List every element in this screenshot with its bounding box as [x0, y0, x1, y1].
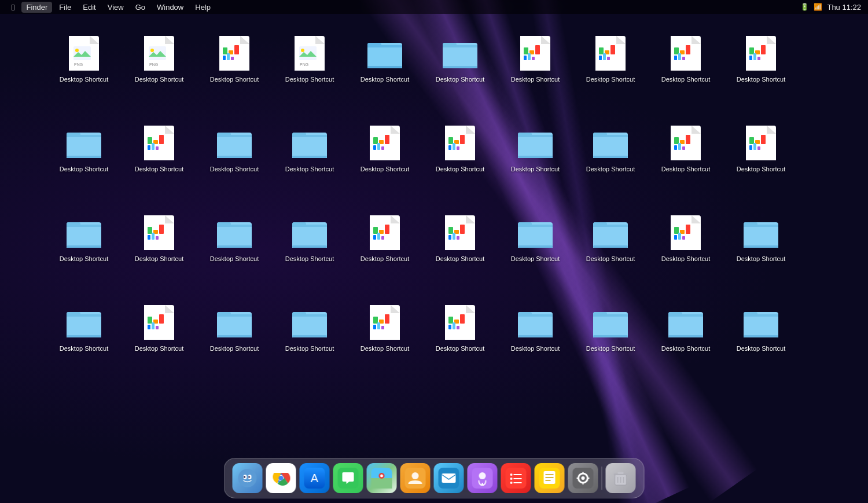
desktop-icon-15[interactable]: Desktop Shortcut — [422, 120, 498, 201]
desktop-icon-29[interactable]: Desktop Shortcut — [723, 210, 799, 291]
desktop-icon-4[interactable]: Desktop Shortcut — [347, 30, 422, 111]
icon-image-31 — [141, 304, 178, 341]
desktop-icon-35[interactable]: Desktop Shortcut — [422, 299, 498, 380]
svg-text:PNG: PNG — [74, 63, 83, 67]
svg-rect-226 — [457, 326, 459, 329]
desktop-icon-8[interactable]: Desktop Shortcut — [648, 30, 723, 111]
menubar-right: 🔋 📶 Thu 11:22 — [800, 3, 861, 12]
svg-rect-94 — [460, 135, 465, 144]
desktop-icon-36[interactable]: Desktop Shortcut — [498, 299, 573, 380]
dock-cardhop[interactable] — [400, 463, 431, 493]
desktop-icon-21[interactable]: Desktop Shortcut — [122, 210, 197, 291]
apple-menu[interactable]:  — [7, 1, 19, 13]
desktop-icon-32[interactable]: Desktop Shortcut — [197, 299, 272, 380]
dock-notes[interactable] — [535, 463, 565, 493]
svg-rect-141 — [217, 227, 252, 248]
desktop-icon-0[interactable]: PNG Desktop Shortcut — [46, 30, 122, 111]
svg-rect-83 — [292, 156, 327, 158]
icon-image-5 — [442, 35, 479, 72]
svg-rect-135 — [152, 233, 155, 240]
desktop-icon-9[interactable]: Desktop Shortcut — [723, 30, 799, 111]
icon-image-33 — [291, 304, 328, 341]
dock-maps[interactable] — [367, 463, 397, 493]
svg-rect-174 — [593, 245, 628, 248]
menubar-view[interactable]: View — [103, 2, 128, 13]
desktop-icon-22[interactable]: Desktop Shortcut — [197, 210, 272, 291]
desktop-icon-7[interactable]: Desktop Shortcut — [573, 30, 648, 111]
desktop-icon-1[interactable]: PNG Desktop Shortcut — [122, 30, 197, 111]
dock-mail[interactable] — [434, 463, 464, 493]
icon-image-18 — [667, 124, 704, 161]
menubar-finder[interactable]: Finder — [21, 2, 52, 13]
menubar-edit[interactable]: Edit — [78, 2, 100, 13]
desktop-icon-28[interactable]: Desktop Shortcut — [648, 210, 723, 291]
desktop-icon-5[interactable]: Desktop Shortcut — [422, 30, 498, 111]
svg-point-254 — [244, 476, 245, 478]
menubar-file[interactable]: File — [54, 2, 76, 13]
desktop-icon-24[interactable]: Desktop Shortcut — [347, 210, 422, 291]
desktop-icon-19[interactable]: Desktop Shortcut — [723, 120, 799, 201]
svg-rect-58 — [757, 57, 760, 60]
svg-point-278 — [510, 478, 513, 480]
desktop-icons-grid: PNG Desktop Shortcut PNG Desktop Shortcu… — [46, 19, 851, 451]
desktop-icon-30[interactable]: Desktop Shortcut — [46, 299, 122, 380]
svg-rect-102 — [518, 137, 553, 158]
dock-chrome[interactable] — [266, 463, 296, 493]
svg-rect-111 — [674, 137, 679, 144]
svg-rect-131 — [148, 227, 152, 234]
svg-text:A: A — [311, 472, 319, 484]
menubar-go[interactable]: Go — [131, 2, 150, 13]
desktop-icon-25[interactable]: Desktop Shortcut — [422, 210, 498, 291]
desktop-icon-14[interactable]: Desktop Shortcut — [347, 120, 422, 201]
icon-label-6: Desktop Shortcut — [511, 75, 560, 83]
icon-label-2: Desktop Shortcut — [210, 75, 259, 83]
desktop-icon-13[interactable]: Desktop Shortcut — [272, 120, 347, 201]
icon-image-37 — [592, 304, 629, 341]
desktop-icon-3[interactable]: PNG Desktop Shortcut — [272, 30, 347, 111]
desktop-icon-2[interactable]: Desktop Shortcut — [197, 30, 272, 111]
dock-messages[interactable] — [333, 463, 363, 493]
desktop-icon-38[interactable]: Desktop Shortcut — [648, 299, 723, 380]
svg-rect-90 — [381, 146, 384, 150]
desktop-icon-16[interactable]: Desktop Shortcut — [498, 120, 573, 201]
desktop-icon-18[interactable]: Desktop Shortcut — [648, 120, 723, 201]
svg-rect-87 — [385, 135, 389, 144]
svg-rect-50 — [678, 53, 681, 60]
svg-rect-68 — [159, 135, 164, 144]
dock-reminders[interactable] — [501, 463, 531, 493]
menubar-help[interactable]: Help — [190, 2, 215, 13]
desktop-icon-27[interactable]: Desktop Shortcut — [573, 210, 648, 291]
icon-label-17: Desktop Shortcut — [586, 165, 635, 173]
desktop-icon-39[interactable]: Desktop Shortcut — [723, 299, 799, 380]
icon-image-14 — [366, 124, 403, 161]
desktop-icon-34[interactable]: Desktop Shortcut — [347, 299, 422, 380]
dock-system-preferences[interactable] — [568, 463, 598, 493]
desktop-icon-12[interactable]: Desktop Shortcut — [197, 120, 272, 201]
svg-rect-34 — [535, 45, 540, 54]
desktop-icon-26[interactable]: Desktop Shortcut — [498, 210, 573, 291]
svg-rect-250 — [744, 335, 778, 337]
desktop-icon-10[interactable]: Desktop Shortcut — [46, 120, 122, 201]
svg-rect-55 — [761, 45, 766, 54]
dock-trash[interactable] — [606, 463, 636, 493]
icon-image-24 — [366, 214, 403, 251]
desktop-icon-33[interactable]: Desktop Shortcut — [272, 299, 347, 380]
svg-point-276 — [510, 473, 513, 476]
desktop-icon-23[interactable]: Desktop Shortcut — [272, 210, 347, 291]
dock-finder[interactable] — [233, 463, 263, 493]
dock-appstore[interactable]: A — [300, 463, 330, 493]
desktop-icon-20[interactable]: Desktop Shortcut — [46, 210, 122, 291]
svg-rect-35 — [524, 56, 527, 60]
desktop-icon-11[interactable]: Desktop Shortcut — [122, 120, 197, 201]
dock-podcasts[interactable] — [468, 463, 498, 493]
desktop-icon-6[interactable]: Desktop Shortcut — [498, 30, 573, 111]
desktop-icon-37[interactable]: Desktop Shortcut — [573, 299, 648, 380]
icon-label-3: Desktop Shortcut — [285, 75, 334, 83]
svg-rect-197 — [159, 314, 164, 324]
desktop-icon-31[interactable]: Desktop Shortcut — [122, 299, 197, 380]
menubar-window[interactable]: Window — [152, 2, 188, 13]
svg-rect-162 — [457, 236, 459, 240]
desktop-icon-17[interactable]: Desktop Shortcut — [573, 120, 648, 201]
svg-rect-12 — [223, 56, 226, 60]
svg-point-268 — [412, 472, 419, 479]
